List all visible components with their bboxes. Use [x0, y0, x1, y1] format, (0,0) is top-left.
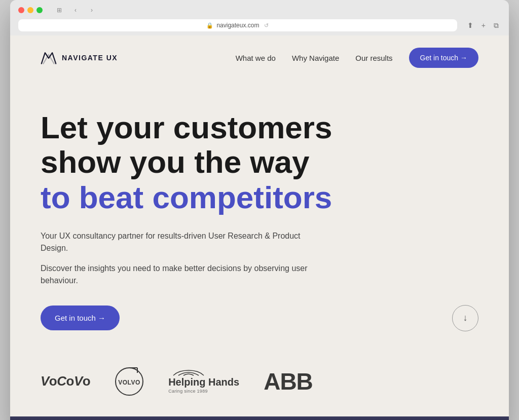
- tab-grid-button[interactable]: ⊞: [53, 5, 66, 15]
- vocovo-text: VoCoVo: [41, 373, 90, 389]
- forward-button[interactable]: ›: [85, 5, 98, 15]
- website-content: NAVIGATE UX What we do Why Navigate Our …: [10, 35, 509, 416]
- share-button[interactable]: ⬆: [465, 20, 475, 30]
- close-button[interactable]: [18, 7, 24, 13]
- browser-top-bar: ⊞ ‹ ›: [18, 5, 501, 15]
- logo-icon: [41, 51, 57, 65]
- address-bar-row: 🔒 navigateux.com ↺ ⬆ + ⧉: [18, 19, 501, 35]
- hero-cta-row: Get in touch → ↓: [41, 305, 478, 331]
- svg-text:VOLVO: VOLVO: [118, 379, 140, 386]
- hero-subtext-2: Discover the insights you need to make b…: [41, 262, 324, 287]
- volvo-svg: VOLVO: [115, 367, 144, 396]
- helping-hands-arc-icon: [168, 369, 209, 377]
- minimize-button[interactable]: [27, 7, 33, 13]
- lock-icon: 🔒: [206, 22, 213, 29]
- hero-section: Let your customers show you the way to b…: [10, 80, 509, 352]
- abb-text: ABB: [264, 368, 313, 395]
- hero-heading: Let your customers show you the way to b…: [41, 110, 478, 216]
- helping-hands-tagline: Caring since 1989: [168, 389, 208, 394]
- helping-hands-text: Helping Hands: [168, 377, 239, 387]
- hero-cta-button[interactable]: Get in touch →: [41, 306, 120, 330]
- nav-cta-button[interactable]: Get in touch →: [409, 48, 478, 68]
- hero-subtext-1: Your UX consultancy partner for results-…: [41, 230, 324, 254]
- logo-text: NAVIGATE UX: [62, 54, 118, 62]
- address-bar[interactable]: 🔒 navigateux.com ↺: [18, 19, 457, 31]
- scroll-down-button[interactable]: ↓: [452, 305, 478, 331]
- browser-actions: ⬆ + ⧉: [465, 20, 501, 31]
- browser-controls: ⊞ ‹ ›: [53, 5, 98, 15]
- browser-chrome: ⊞ ‹ › 🔒 navigateux.com ↺ ⬆ + ⧉: [10, 0, 509, 35]
- nav-our-results[interactable]: Our results: [355, 54, 392, 62]
- back-button[interactable]: ‹: [69, 5, 82, 15]
- nav-what-we-do[interactable]: What we do: [236, 54, 276, 62]
- abb-logo: ABB: [264, 368, 313, 395]
- url-text: navigateux.com: [216, 22, 259, 29]
- traffic-lights: [18, 7, 43, 13]
- hero-heading-accent: to beat competitors: [41, 179, 478, 215]
- navbar: NAVIGATE UX What we do Why Navigate Our …: [10, 35, 509, 80]
- nav-links: What we do Why Navigate Our results Get …: [236, 48, 478, 68]
- nav-why-navigate[interactable]: Why Navigate: [292, 54, 339, 62]
- windows-button[interactable]: ⧉: [492, 20, 501, 31]
- helping-hands-logo: Helping Hands Caring since 1989: [168, 369, 239, 394]
- browser-window: ⊞ ‹ › 🔒 navigateux.com ↺ ⬆ + ⧉: [10, 0, 509, 420]
- vocovo-logo: VoCoVo: [41, 373, 90, 389]
- hero-heading-line2: show you the way: [41, 145, 478, 179]
- logo[interactable]: NAVIGATE UX: [41, 51, 118, 65]
- reload-icon: ↺: [264, 22, 269, 29]
- volvo-logo: VOLVO: [115, 367, 144, 396]
- new-tab-button[interactable]: +: [479, 20, 488, 30]
- client-logos: VoCoVo VOLVO Helping Hands: [10, 352, 509, 416]
- hero-heading-line1: Let your customers: [41, 110, 478, 145]
- arrow-down-icon: ↓: [463, 313, 468, 323]
- maximize-button[interactable]: [36, 7, 43, 13]
- bottom-peek: [10, 416, 509, 420]
